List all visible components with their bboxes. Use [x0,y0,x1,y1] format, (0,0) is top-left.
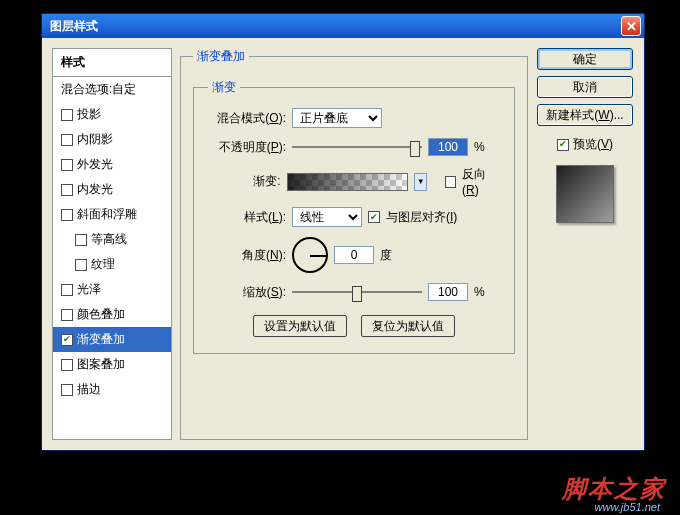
sidebar-item-11[interactable]: 图案叠加 [53,352,171,377]
reverse-checkbox[interactable] [445,176,456,188]
sidebar-item-1[interactable]: 投影 [53,102,171,127]
style-select[interactable]: 线性 [292,207,362,227]
gradient-group: 渐变 混合模式(O): 正片叠底 不透明度(P): % 渐变: [193,79,515,354]
sidebar-label-9: 颜色叠加 [77,306,125,323]
opacity-label: 不透明度(P): [208,139,286,156]
preview-label: 预览(V) [573,136,613,153]
sidebar-checkbox-8[interactable] [61,284,73,296]
sidebar-label-4: 内发光 [77,181,113,198]
blend-mode-select[interactable]: 正片叠底 [292,108,382,128]
inner-legend: 渐变 [208,79,240,96]
style-label: 样式(L): [208,209,286,226]
align-checkbox[interactable] [368,211,380,223]
scale-slider[interactable] [292,285,422,299]
titlebar[interactable]: 图层样式 ✕ [42,14,644,38]
sidebar-label-8: 光泽 [77,281,101,298]
sidebar-label-5: 斜面和浮雕 [77,206,137,223]
preview-checkbox[interactable] [557,139,569,151]
main-panel: 渐变叠加 渐变 混合模式(O): 正片叠底 不透明度(P): % 渐变: [180,48,528,440]
sidebar-checkbox-2[interactable] [61,134,73,146]
angle-input[interactable] [334,246,374,264]
sidebar-item-2[interactable]: 内阴影 [53,127,171,152]
sidebar-checkbox-6[interactable] [75,234,87,246]
styles-sidebar: 样式 混合选项:自定投影内阴影外发光内发光斜面和浮雕等高线纹理光泽颜色叠加渐变叠… [52,48,172,440]
preview-swatch [556,165,614,223]
sidebar-item-5[interactable]: 斜面和浮雕 [53,202,171,227]
ok-button[interactable]: 确定 [537,48,633,70]
right-panel: 确定 取消 新建样式(W)... 预览(V) [536,48,634,440]
opacity-input[interactable] [428,138,468,156]
new-style-button[interactable]: 新建样式(W)... [537,104,633,126]
reset-default-button[interactable]: 复位为默认值 [361,315,455,337]
window-title: 图层样式 [50,18,621,35]
sidebar-item-6[interactable]: 等高线 [53,227,171,252]
scale-label: 缩放(S): [208,284,286,301]
sidebar-label-10: 渐变叠加 [77,331,125,348]
sidebar-label-2: 内阴影 [77,131,113,148]
sidebar-label-0: 混合选项:自定 [61,81,136,98]
sidebar-label-11: 图案叠加 [77,356,125,373]
blend-mode-label: 混合模式(O): [208,110,286,127]
sidebar-item-12[interactable]: 描边 [53,377,171,402]
sidebar-checkbox-12[interactable] [61,384,73,396]
sidebar-item-3[interactable]: 外发光 [53,152,171,177]
sidebar-item-7[interactable]: 纹理 [53,252,171,277]
scale-input[interactable] [428,283,468,301]
percent-label-2: % [474,285,485,299]
percent-label: % [474,140,485,154]
sidebar-label-6: 等高线 [91,231,127,248]
sidebar-item-10[interactable]: 渐变叠加 [53,327,171,352]
sidebar-checkbox-7[interactable] [75,259,87,271]
gradient-overlay-group: 渐变叠加 渐变 混合模式(O): 正片叠底 不透明度(P): % 渐变: [180,48,528,440]
angle-label: 角度(N): [208,247,286,264]
sidebar-label-12: 描边 [77,381,101,398]
gradient-dropdown[interactable]: ▼ [414,173,427,191]
sidebar-label-3: 外发光 [77,156,113,173]
sidebar-checkbox-1[interactable] [61,109,73,121]
cancel-button[interactable]: 取消 [537,76,633,98]
sidebar-header: 样式 [53,49,171,77]
set-default-button[interactable]: 设置为默认值 [253,315,347,337]
opacity-slider[interactable] [292,140,422,154]
close-button[interactable]: ✕ [621,16,641,36]
sidebar-checkbox-5[interactable] [61,209,73,221]
layer-style-dialog: 图层样式 ✕ 样式 混合选项:自定投影内阴影外发光内发光斜面和浮雕等高线纹理光泽… [41,13,645,451]
sidebar-checkbox-11[interactable] [61,359,73,371]
sidebar-label-1: 投影 [77,106,101,123]
gradient-swatch[interactable] [287,173,408,191]
reverse-label: 反向(R) [462,166,500,197]
watermark-url: www.jb51.net [595,501,660,513]
gradient-label: 渐变: [208,173,281,190]
sidebar-checkbox-3[interactable] [61,159,73,171]
sidebar-checkbox-4[interactable] [61,184,73,196]
sidebar-checkbox-10[interactable] [61,334,73,346]
group-legend: 渐变叠加 [193,48,249,65]
sidebar-label-7: 纹理 [91,256,115,273]
sidebar-item-8[interactable]: 光泽 [53,277,171,302]
sidebar-item-9[interactable]: 颜色叠加 [53,302,171,327]
align-label: 与图层对齐(I) [386,209,457,226]
angle-dial[interactable] [292,237,328,273]
sidebar-item-4[interactable]: 内发光 [53,177,171,202]
angle-unit: 度 [380,247,392,264]
sidebar-checkbox-9[interactable] [61,309,73,321]
sidebar-item-0[interactable]: 混合选项:自定 [53,77,171,102]
